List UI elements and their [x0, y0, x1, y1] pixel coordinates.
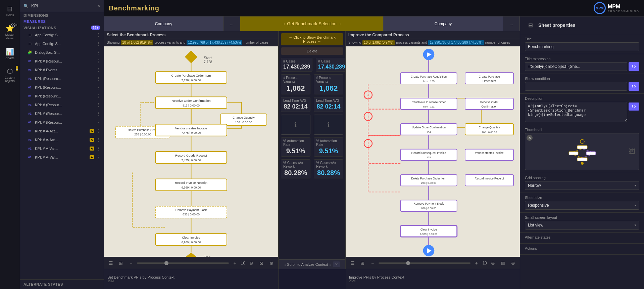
right-zoom-out-btn[interactable]: ⊖: [489, 259, 497, 267]
get-benchmark-btn[interactable]: → Get Benchmark Selection →: [240, 16, 384, 31]
metrics-row-variants: # Process Variants 1,062 # Process Varia…: [279, 73, 345, 95]
sidebar-item-kpi-a-var-2[interactable]: #1 KPI: # A-Var... A ⋮: [20, 153, 104, 162]
sidebar-item-kpi-resour-7[interactable]: #1 KPI: # (Resour... ⋮: [20, 118, 104, 127]
item-menu-dots-2[interactable]: ⋮: [96, 41, 101, 46]
right-plus-btn[interactable]: +: [473, 259, 481, 267]
kpi-icon-12: #1: [27, 154, 33, 160]
sidebar-item-kpi-resourc-2[interactable]: #1 KPI: (Resourc... ⋮: [20, 74, 104, 83]
scroll-analyze-bar[interactable]: ↕ Scroll to Analyze Context ↕ ✕: [279, 259, 345, 269]
left-zoom-in-btn[interactable]: ⊕: [267, 259, 276, 267]
item-menu-dots-7[interactable]: ⋮: [96, 85, 101, 90]
left-company-tab[interactable]: Company: [104, 16, 224, 31]
item-menu-dots-10[interactable]: ⋮: [96, 111, 101, 116]
right-slider-thumb[interactable]: [406, 261, 410, 265]
item-menu-dots-5[interactable]: ⋮: [96, 67, 101, 73]
sidebar-item-kpi-resourc-3[interactable]: #1 KPI: (Resourc... ⋮: [20, 83, 104, 92]
title-expression-fx-btn[interactable]: ƒ×: [629, 62, 639, 71]
search-input[interactable]: [31, 3, 94, 8]
left-menu-btn[interactable]: ☰: [107, 259, 115, 267]
left-minus-btn[interactable]: −: [127, 259, 135, 267]
right-process-graph[interactable]: Create Purchase Requisition Item | 123 ○…: [346, 46, 520, 257]
svg-rect-80: [465, 175, 513, 186]
right-zoom-in-btn[interactable]: ⊕: [509, 259, 517, 267]
right-dots-menu[interactable]: ...: [503, 16, 520, 31]
description-fx-btn[interactable]: ƒ×: [629, 102, 639, 111]
right-slider[interactable]: [379, 262, 470, 264]
left-slider[interactable]: [137, 262, 229, 264]
sidebar-item-kpi-events[interactable]: #1 KPI: # Events ⋮: [20, 66, 104, 74]
right-company-tab[interactable]: Company: [384, 16, 503, 31]
bench-showing-left: Showing 10 of 1,062 (0.94%) process vari…: [104, 39, 278, 46]
small-screen-select[interactable]: List view Scroll view: [525, 221, 639, 230]
panel-layout-icon[interactable]: ⊟: [525, 20, 536, 31]
show-condition-fx-btn[interactable]: ƒ×: [629, 82, 639, 91]
sidebar-section-visualizations[interactable]: Visualizations 99+: [20, 24, 104, 31]
panel-sheet-size-section: Sheet size Responsive Custom: [520, 193, 644, 213]
metrics-row-rework: % Cases w/o Rework 80.28% % Cases w/o Re…: [279, 158, 345, 179]
item-menu-dots-11[interactable]: ⋮: [96, 120, 101, 125]
left-dots-menu[interactable]: ...: [224, 16, 240, 31]
nav-custom-objects[interactable]: ⬡ Custom objects 1: [1, 65, 19, 85]
delete-btn[interactable]: Delete: [281, 47, 343, 55]
item-menu-dots-12[interactable]: ⋮: [96, 128, 101, 134]
close-icon[interactable]: ✕: [97, 4, 100, 8]
sidebar-item-kpi-resourc-4[interactable]: #1 KPI: (Resourc... ⋮: [20, 92, 104, 100]
sidebar-item-dialogbox[interactable]: 🧩 DialogBox: G... ⋮: [20, 48, 104, 57]
thumbnail-close-btn[interactable]: ✕: [527, 135, 533, 141]
item-menu-dots-1[interactable]: ⋮: [96, 32, 101, 38]
sidebar-item-app-config-1[interactable]: ⊞ App Config: S... ⋮: [20, 31, 104, 39]
sidebar-item-kpi-resourc-1[interactable]: #1 KPI: # (Resour... ⋮: [20, 57, 104, 66]
svg-text:7,728: 7,728: [204, 60, 212, 64]
grid-spacing-select[interactable]: Wide Medium Narrow No snap: [525, 181, 639, 190]
sidebar-item-app-config-2[interactable]: ⊞ App Config: S... ⋮: [20, 39, 104, 48]
show-condition-input[interactable]: [525, 82, 627, 91]
nav-master-items[interactable]: ⭐ Master items 99+: [1, 22, 19, 42]
item-menu-dots-6[interactable]: ⋮: [96, 76, 101, 81]
item-menu-dots-9[interactable]: ⋮: [96, 102, 101, 108]
sidebar-alternate-states[interactable]: Alternate states: [20, 279, 104, 289]
right-fit-btn[interactable]: ⊞: [358, 259, 366, 267]
sidebar-section-dimensions[interactable]: Dimensions: [20, 12, 104, 18]
right-zoom-fit-btn[interactable]: ⊠: [499, 259, 507, 267]
sidebar-item-kpi-a-act-1[interactable]: #1 KPI: # A-Act... A ⋮: [20, 127, 104, 135]
bench-showing-right: Showing 10 of 1,062 (0.94%) process vari…: [346, 39, 520, 46]
left-process-svg: Start 7,728 Create Purchase Order Item 7…: [104, 46, 278, 257]
title-input[interactable]: [525, 42, 639, 51]
metric-card-cases-right: # Cases 17,430,289: [316, 58, 346, 72]
sidebar-item-kpi-a-var-1[interactable]: #1 KPI: # A-Var... A ⋮: [20, 144, 104, 153]
kpi-icon-1: #1: [27, 58, 33, 64]
metric-card-leadtime-right: Lead Time AVG 82 02:14: [314, 97, 343, 112]
scroll-analyze-close-btn[interactable]: ✕: [333, 261, 340, 267]
right-minus-btn[interactable]: −: [368, 259, 377, 267]
item-menu-dots-14[interactable]: ⋮: [96, 146, 101, 151]
sidebar-item-kpi-resour-6[interactable]: #1 KPI: # (Resour... ⋮: [20, 109, 104, 118]
svg-rect-92: [569, 152, 578, 155]
item-menu-dots-8[interactable]: ⋮: [96, 93, 101, 99]
left-fit-btn[interactable]: ⊞: [117, 259, 125, 267]
left-zoom-out-btn[interactable]: ⊖: [247, 259, 255, 267]
svg-text:Delete Purchase Order Item: Delete Purchase Order Item: [411, 177, 446, 180]
sheet-size-select[interactable]: Responsive Custom: [525, 201, 639, 210]
nav-charts[interactable]: 📊 Charts: [1, 46, 19, 62]
item-menu-dots-15[interactable]: ⋮: [96, 155, 101, 160]
description-textarea[interactable]: ='$(only({<TextObject= {SheetDescription…: [525, 102, 627, 122]
title-expression-input[interactable]: [525, 62, 627, 71]
kpi-icon-7: #1: [27, 111, 33, 117]
svg-text:Delete Purchase Order: Delete Purchase Order: [128, 128, 158, 132]
fields-icon: ⊟: [7, 5, 13, 13]
nav-fields[interactable]: ⊟ Fields: [1, 3, 19, 19]
left-process-graph[interactable]: Start 7,728 Create Purchase Order Item 7…: [104, 46, 278, 257]
left-plus-btn[interactable]: +: [231, 259, 239, 267]
sidebar-section-measures[interactable]: Measures: [20, 18, 104, 24]
sidebar-item-kpi-a-act-2[interactable]: #1 KPI: # A-Act... A ⋮: [20, 135, 104, 144]
left-slider-thumb[interactable]: [164, 261, 168, 265]
kpi-icon-9: #1: [27, 128, 33, 134]
left-zoom-fit-btn[interactable]: ⊠: [257, 259, 265, 267]
click-show-benchmark-btn[interactable]: → Click to Show Benchmark Process →: [281, 33, 343, 45]
item-menu-dots-3[interactable]: ⋮: [96, 50, 101, 55]
svg-line-96: [582, 149, 591, 152]
sidebar-item-kpi-resour-5[interactable]: #1 KPI: # (Resour... ⋮: [20, 100, 104, 109]
right-menu-btn[interactable]: ☰: [348, 259, 356, 267]
item-menu-dots-13[interactable]: ⋮: [96, 137, 101, 142]
item-menu-dots-4[interactable]: ⋮: [96, 58, 101, 64]
